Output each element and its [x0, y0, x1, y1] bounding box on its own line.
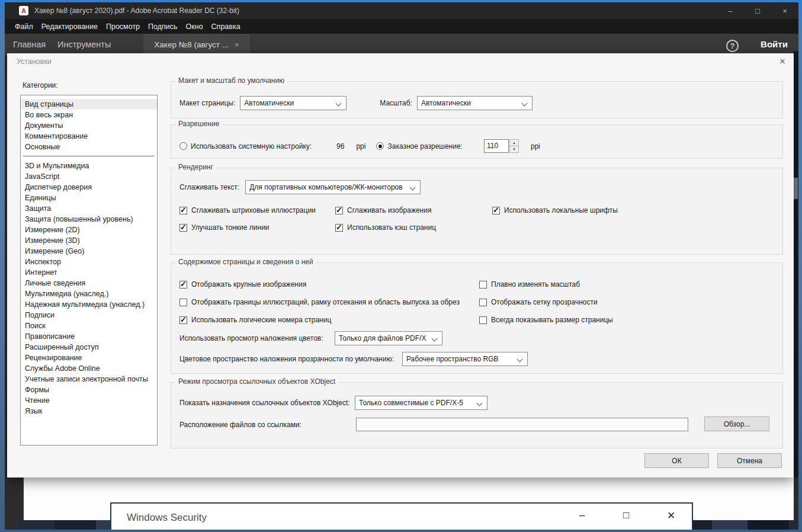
acrobat-window: A Хакер №8 (август 2020).pdf - Adobe Acr…: [5, 2, 798, 530]
vertical-scrollbar[interactable]: [793, 51, 798, 477]
browse-button[interactable]: Обзор...: [704, 416, 769, 431]
checkbox-transparency-grid[interactable]: Отображать сетку прозрачности: [479, 298, 598, 306]
zoom-label: Масштаб:: [380, 99, 412, 107]
category-item[interactable]: Чтение: [21, 395, 157, 406]
smooth-text-select[interactable]: Для портативных компьютеров/ЖК-мониторов: [245, 180, 421, 194]
custom-resolution-radio[interactable]: [376, 142, 384, 150]
tab-tools[interactable]: Инструменты: [57, 40, 111, 49]
category-item[interactable]: 3D и Мультимедиа: [21, 161, 157, 171]
system-resolution-radio[interactable]: [179, 142, 187, 150]
category-item[interactable]: Единицы: [21, 193, 157, 203]
security-close-icon[interactable]: ✕: [667, 509, 675, 522]
page-layout-select[interactable]: Автоматически: [240, 96, 347, 110]
section-layout-zoom: Макет и масштаб по умолчанию Макет стран…: [171, 81, 783, 118]
category-item[interactable]: Инспектор: [21, 257, 157, 267]
blend-space-select[interactable]: Рабочее пространство RGB: [402, 352, 528, 366]
smooth-text-label: Сглаживать текст:: [179, 183, 239, 191]
checkbox-enhance-lines[interactable]: Улучшать тонкие линии: [179, 223, 270, 232]
menu-file[interactable]: Файл: [11, 21, 37, 33]
xobject-show-select[interactable]: Только совместимые с PDF/X-5: [355, 396, 487, 410]
stepper-up-icon[interactable]: ▲: [509, 139, 519, 146]
menu-view[interactable]: Просмотр: [102, 21, 144, 33]
checkbox-local-fonts[interactable]: Использовать локальные шрифты: [492, 206, 618, 214]
category-item[interactable]: JavaScript: [21, 171, 157, 182]
category-item[interactable]: Документы: [21, 120, 157, 131]
category-item[interactable]: Личные сведения: [21, 278, 157, 289]
checkbox-art-boxes[interactable]: Отображать границы иллюстраций, рамку от…: [179, 298, 460, 306]
checkbox-smooth-zoom[interactable]: Плавно изменять масштаб: [479, 280, 580, 289]
security-minimize-icon[interactable]: –: [579, 509, 585, 521]
menu-bar: Файл Редактирование Просмотр Подпись Окн…: [5, 19, 798, 34]
categories-label: Категории:: [23, 81, 58, 89]
category-item[interactable]: Защита (повышенный уровень): [21, 214, 157, 225]
category-item[interactable]: Службы Adobe Online: [21, 363, 157, 374]
system-resolution-value: 96: [336, 142, 344, 150]
checkbox-icon: [335, 207, 343, 214]
tab-document[interactable]: Хакер №8 (август ... ×: [143, 34, 250, 56]
category-item[interactable]: Во весь экран: [21, 110, 157, 120]
category-item[interactable]: Комментирование: [21, 131, 157, 142]
section-title: Рендеринг: [175, 163, 216, 171]
menu-sign[interactable]: Подпись: [144, 21, 181, 33]
checkbox-label: Сглаживать штриховые иллюстрации: [191, 206, 316, 214]
ok-button[interactable]: ОК: [644, 453, 709, 468]
cancel-button[interactable]: Отмена: [717, 453, 782, 468]
category-item[interactable]: Измерение (Geo): [21, 246, 157, 257]
custom-resolution-stepper[interactable]: 110 ▲ ▼: [484, 139, 519, 153]
overprint-value: Только для файлов PDF/X: [339, 334, 426, 342]
help-icon[interactable]: ?: [726, 40, 739, 52]
menu-help[interactable]: Справка: [207, 21, 245, 33]
menu-window[interactable]: Окно: [182, 21, 207, 33]
category-item[interactable]: Измерение (2D): [21, 225, 157, 235]
menu-edit[interactable]: Редактирование: [37, 21, 102, 33]
category-item[interactable]: Интернет: [21, 267, 157, 278]
category-item[interactable]: Мультимедиа (унаслед.): [21, 289, 157, 299]
checkbox-label: Использовать кэш страниц: [347, 223, 436, 232]
dialog-close-icon[interactable]: ×: [779, 56, 785, 68]
custom-resolution-label: Заказное разрешение:: [387, 142, 463, 150]
location-input[interactable]: [356, 418, 688, 431]
category-item[interactable]: Язык: [21, 406, 157, 416]
checkbox-smooth-images[interactable]: Сглаживать изображения: [335, 206, 431, 214]
category-item-selected[interactable]: Вид страницы: [21, 99, 157, 110]
checkbox-smooth-lineart[interactable]: Сглаживать штриховые иллюстрации: [179, 206, 316, 214]
security-maximize-icon[interactable]: □: [623, 509, 629, 521]
tab-close-icon[interactable]: ×: [235, 40, 239, 49]
checkbox-icon: [179, 224, 187, 232]
category-item[interactable]: Подписи: [21, 310, 157, 321]
category-item[interactable]: Расширенный доступ: [21, 342, 157, 352]
checkbox-icon: [479, 316, 487, 324]
custom-resolution-value[interactable]: 110: [484, 139, 509, 153]
scrollbar-thumb[interactable]: [794, 178, 798, 199]
stepper-down-icon[interactable]: ▼: [509, 146, 519, 153]
category-item[interactable]: Поиск: [21, 321, 157, 331]
category-item[interactable]: Правописание: [21, 331, 157, 342]
checkbox-page-size[interactable]: Всегда показывать размер страницы: [479, 316, 613, 324]
checkbox-logical-pages[interactable]: Использовать логические номера страниц: [179, 316, 331, 324]
category-item[interactable]: Диспетчер доверия: [21, 182, 157, 193]
close-icon[interactable]: ×: [771, 2, 798, 19]
category-item[interactable]: Формы: [21, 384, 157, 395]
category-item[interactable]: Основные: [21, 142, 157, 152]
tab-bar: Главная Инструменты Хакер №8 (август ...…: [5, 34, 798, 56]
minimize-icon[interactable]: –: [717, 2, 744, 19]
overprint-select[interactable]: Только для файлов PDF/X: [335, 331, 442, 345]
category-item[interactable]: Рецензирование: [21, 352, 157, 363]
zoom-select[interactable]: Автоматически: [417, 96, 532, 110]
sign-in-button[interactable]: Войти: [753, 39, 795, 49]
page-layout-value: Автоматически: [244, 99, 294, 107]
category-item[interactable]: Надежная мультимедиа (унаслед.): [21, 299, 157, 310]
section-title: Макет и масштаб по умолчанию: [175, 76, 287, 85]
maximize-icon[interactable]: □: [744, 2, 771, 19]
tab-home[interactable]: Главная: [13, 40, 46, 49]
checkbox-page-cache[interactable]: Использовать кэш страниц: [335, 223, 436, 232]
category-item[interactable]: Учетные записи электронной почты: [21, 374, 157, 384]
section-rendering: Рендеринг Сглаживать текст: Для портатив…: [171, 168, 783, 255]
xobject-show-value: Только совместимые с PDF/X-5: [359, 399, 463, 407]
checkbox-label: Отображать границы иллюстраций, рамку от…: [191, 298, 460, 306]
checkbox-large-images[interactable]: Отображать крупные изображения: [179, 280, 306, 289]
checkbox-icon: [179, 316, 187, 324]
checkbox-icon: [179, 299, 187, 306]
category-item[interactable]: Защита: [21, 203, 157, 214]
category-item[interactable]: Измерение (3D): [21, 235, 157, 246]
